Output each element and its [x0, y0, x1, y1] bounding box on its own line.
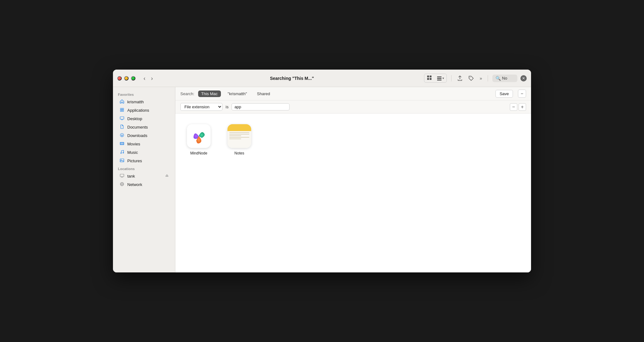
finder-window: ‹ › Searching "This M...": [113, 70, 531, 272]
svg-rect-12: [120, 117, 124, 119]
more-button[interactable]: »: [478, 75, 483, 82]
minimize-button[interactable]: [124, 76, 129, 81]
sidebar-item-desktop[interactable]: Desktop: [114, 115, 174, 123]
sidebar-item-label-krismatth: krismatth: [127, 100, 144, 104]
file-icon-notes: [227, 124, 252, 149]
sidebar-item-label-tank: tank: [127, 174, 135, 178]
svg-rect-2: [427, 78, 429, 80]
svg-point-8: [120, 108, 122, 110]
search-area: 🔍 No: [492, 75, 517, 82]
back-button[interactable]: ‹: [142, 75, 147, 82]
filter-value-input[interactable]: [232, 103, 290, 110]
window-title: Searching "This M...": [160, 76, 424, 81]
network-icon: [119, 182, 125, 187]
sidebar-item-tank[interactable]: tank: [114, 172, 174, 180]
view-options-button[interactable]: ▾: [434, 75, 446, 82]
eject-button-tank[interactable]: [165, 174, 169, 178]
notes-line-4: [229, 137, 249, 138]
sidebar-item-movies[interactable]: Movies: [114, 140, 174, 148]
sidebar-item-label-music: Music: [127, 150, 138, 155]
filter-controls: − +: [510, 103, 526, 111]
close-button[interactable]: [117, 76, 122, 81]
sidebar: Favorites krismatth: [113, 87, 175, 272]
sidebar-item-label-applications: Applications: [127, 108, 149, 113]
sidebar-item-applications[interactable]: Applications: [114, 106, 174, 115]
search-scope-bar: Search: This Mac "krismatth" Shared Save…: [175, 87, 531, 100]
home-icon: [119, 99, 125, 105]
scope-this-mac-button[interactable]: This Mac: [198, 90, 221, 97]
close-search-button[interactable]: ✕: [520, 75, 527, 81]
share-button[interactable]: [456, 74, 464, 82]
sidebar-item-label-downloads: Downloads: [127, 133, 147, 138]
remove-search-button[interactable]: −: [518, 90, 526, 98]
scope-shared-button[interactable]: Shared: [254, 90, 273, 97]
svg-point-10: [120, 110, 122, 112]
title-bar: ‹ › Searching "This M...": [113, 70, 531, 87]
file-item-notes[interactable]: Notes: [222, 121, 256, 158]
filter-remove-button[interactable]: −: [510, 103, 517, 111]
view-switcher: ▾: [424, 74, 447, 83]
file-icon-mindnode: [186, 124, 211, 149]
svg-rect-6: [437, 80, 442, 81]
mindnode-app-icon: [187, 124, 211, 148]
favorites-label: Favorites: [113, 91, 175, 98]
downloads-icon: [119, 133, 125, 138]
sidebar-item-label-pictures: Pictures: [127, 159, 142, 163]
notes-icon-bottom: [227, 131, 251, 148]
toolbar-actions: ▾ » 🔍: [424, 74, 527, 83]
content-area: Favorites krismatth: [113, 87, 531, 272]
sidebar-item-network[interactable]: Network: [114, 180, 174, 189]
file-name-mindnode: MindNode: [190, 151, 207, 155]
svg-point-7: [470, 77, 471, 77]
notes-icon-top: [227, 124, 251, 131]
notes-line-1: [229, 132, 249, 133]
svg-rect-5: [437, 78, 442, 79]
pictures-icon: [119, 158, 125, 164]
filter-attribute-select[interactable]: File extension: [180, 103, 222, 111]
movies-icon: [119, 141, 125, 147]
svg-rect-14: [120, 142, 124, 145]
traffic-lights: [117, 76, 135, 81]
filter-add-button[interactable]: +: [519, 103, 526, 111]
svg-rect-17: [120, 159, 124, 162]
filter-row: File extension is − +: [175, 100, 531, 114]
maximize-button[interactable]: [131, 76, 135, 81]
file-name-notes: Notes: [234, 151, 244, 155]
file-grid: MindNode: [175, 114, 531, 272]
main-panel: Search: This Mac "krismatth" Shared Save…: [175, 87, 531, 272]
toolbar-divider-1: [451, 75, 451, 81]
sidebar-item-documents[interactable]: Documents: [114, 123, 174, 131]
sidebar-item-label-desktop: Desktop: [127, 116, 142, 121]
tag-button[interactable]: [467, 74, 475, 82]
sidebar-item-label-documents: Documents: [127, 125, 148, 129]
computer-icon: [119, 173, 125, 179]
svg-rect-1: [430, 76, 432, 77]
svg-rect-3: [430, 78, 432, 80]
notes-line-5: [229, 139, 241, 139]
svg-point-11: [122, 110, 124, 112]
documents-icon: [119, 125, 125, 130]
sidebar-item-krismatth[interactable]: krismatth: [114, 98, 174, 106]
notes-line-3: [229, 135, 241, 136]
sidebar-item-pictures[interactable]: Pictures: [114, 157, 174, 165]
music-icon: [119, 150, 125, 155]
svg-rect-4: [437, 76, 442, 77]
svg-point-9: [122, 108, 124, 110]
sidebar-item-label-movies: Movies: [127, 142, 140, 146]
save-search-button[interactable]: Save: [495, 90, 513, 98]
notes-line-2: [229, 134, 249, 134]
sidebar-item-music[interactable]: Music: [114, 148, 174, 157]
file-item-mindnode[interactable]: MindNode: [182, 121, 216, 158]
sidebar-item-label-network: Network: [127, 182, 142, 187]
scope-krismatth-button[interactable]: "krismatth": [225, 90, 250, 97]
desktop-icon: [119, 116, 125, 121]
svg-rect-0: [427, 76, 429, 77]
svg-rect-19: [120, 174, 124, 177]
filter-operator-label: is: [226, 105, 228, 109]
search-label: Search:: [180, 91, 194, 96]
forward-button[interactable]: ›: [149, 75, 155, 82]
sidebar-item-downloads[interactable]: Downloads: [114, 131, 174, 140]
grid-view-button[interactable]: [424, 74, 434, 82]
search-icon: 🔍: [495, 76, 501, 81]
locations-label: Locations: [113, 165, 175, 172]
